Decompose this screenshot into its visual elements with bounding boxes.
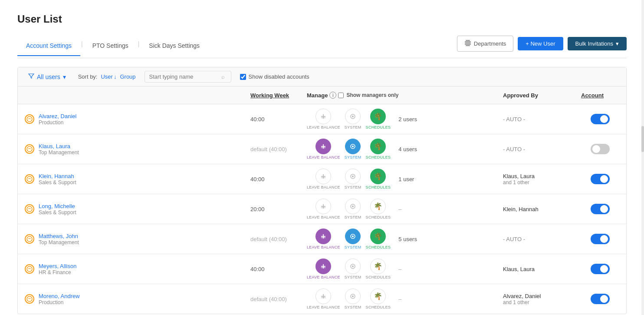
- user-name[interactable]: Long, Michelle: [39, 203, 76, 209]
- schedules-icon[interactable]: 🌴 SCHEDULES: [366, 169, 391, 189]
- bulk-invitations-button[interactable]: Bulk Invitations ▾: [568, 37, 627, 50]
- filter-left: All users ▾ Sort by: User ↓ Group ⌕: [25, 71, 309, 83]
- manage-info-icon[interactable]: i: [329, 92, 336, 99]
- tab-account-settings[interactable]: Account Settings: [17, 38, 80, 56]
- leave-balance-label: LEAVE BALANCE: [307, 215, 340, 219]
- new-user-button[interactable]: + New User: [518, 37, 563, 50]
- system-icon[interactable]: SYSTEM: [345, 259, 361, 279]
- leave-balance-label: LEAVE BALANCE: [307, 245, 340, 249]
- system-btn[interactable]: [345, 139, 361, 154]
- schedules-btn[interactable]: 🌴: [370, 199, 386, 214]
- sort-by-label: Sort by:: [78, 73, 98, 80]
- sort-user-button[interactable]: User ↓: [101, 73, 116, 80]
- leave-balance-btn[interactable]: [315, 139, 331, 154]
- system-icon[interactable]: SYSTEM: [345, 109, 361, 129]
- show-disabled-label[interactable]: Show disabled accounts: [240, 73, 309, 80]
- user-department: Sales & Support: [39, 209, 76, 216]
- user-name[interactable]: Matthews, John: [39, 233, 79, 239]
- system-icon[interactable]: SYSTEM: [345, 169, 361, 189]
- working-week-cell: 40:00: [243, 260, 300, 279]
- account-toggle[interactable]: [591, 294, 610, 304]
- system-btn[interactable]: [345, 199, 361, 214]
- show-managers-checkbox[interactable]: [338, 93, 344, 98]
- schedules-btn[interactable]: 🌴: [370, 259, 386, 274]
- show-managers-label: Show managers only: [346, 92, 398, 98]
- leave-balance-icon[interactable]: LEAVE BALANCE: [307, 229, 340, 249]
- leave-balance-icon[interactable]: LEAVE BALANCE: [307, 109, 340, 129]
- manage-header-label: Manage: [307, 92, 328, 99]
- system-icon[interactable]: SYSTEM: [345, 199, 361, 219]
- leave-balance-btn[interactable]: [315, 199, 331, 214]
- leave-balance-btn[interactable]: [315, 169, 331, 184]
- account-toggle[interactable]: [591, 234, 610, 244]
- schedules-icon[interactable]: 🌴 SCHEDULES: [366, 109, 391, 129]
- leave-balance-btn[interactable]: [315, 229, 331, 244]
- account-toggle[interactable]: [591, 144, 610, 154]
- show-disabled-checkbox[interactable]: [240, 74, 246, 80]
- leave-balance-btn[interactable]: [315, 259, 331, 274]
- approved-by-cell: Klaus, Laura: [496, 260, 574, 279]
- sort-section: Sort by: User ↓ Group: [78, 73, 136, 80]
- user-info: Long, Michelle Sales & Support: [39, 203, 76, 216]
- system-icon[interactable]: SYSTEM: [345, 139, 361, 159]
- system-btn[interactable]: [345, 169, 361, 184]
- system-icon[interactable]: SYSTEM: [345, 288, 361, 309]
- user-info: Alvarez, Daniel Production: [39, 113, 76, 126]
- all-users-filter[interactable]: All users ▾: [25, 71, 69, 82]
- departments-button[interactable]: Departments: [457, 36, 513, 52]
- scrollbar[interactable]: [641, 0, 644, 315]
- schedules-icon[interactable]: 🌴 SCHEDULES: [366, 199, 391, 219]
- svg-point-5: [27, 116, 32, 122]
- account-toggle[interactable]: [591, 204, 610, 214]
- leave-balance-icon[interactable]: LEAVE BALANCE: [307, 199, 340, 219]
- schedules-icon[interactable]: 🌴 SCHEDULES: [366, 229, 391, 249]
- user-name[interactable]: Klaus, Laura: [39, 143, 79, 149]
- account-toggle[interactable]: [591, 264, 610, 274]
- scrollbar-thumb[interactable]: [641, 126, 644, 152]
- manage-cell: LEAVE BALANCE SYSTEM 🌴 SCHEDULES –: [300, 194, 496, 224]
- account-cell: [574, 228, 626, 250]
- leave-balance-btn[interactable]: [315, 288, 331, 304]
- tab-pto-settings[interactable]: PTO Settings: [84, 38, 137, 56]
- tabs: Account Settings | PTO Settings | Sick D…: [17, 38, 208, 56]
- approved-by-cell: Klein, Hannah: [496, 200, 574, 219]
- leave-balance-label: LEAVE BALANCE: [307, 275, 340, 279]
- account-toggle[interactable]: [591, 174, 610, 184]
- sort-group-button[interactable]: Group: [120, 73, 135, 80]
- system-btn[interactable]: [345, 109, 361, 124]
- system-btn[interactable]: [345, 288, 361, 304]
- tab-sick-days-settings[interactable]: Sick Days Settings: [140, 38, 208, 56]
- system-icon[interactable]: SYSTEM: [345, 229, 361, 249]
- schedules-btn[interactable]: 🌴: [370, 229, 386, 244]
- schedules-icon[interactable]: 🌴 SCHEDULES: [366, 259, 391, 279]
- account-toggle[interactable]: [591, 114, 610, 124]
- all-users-label: All users: [37, 73, 60, 80]
- leave-balance-icon[interactable]: LEAVE BALANCE: [307, 169, 340, 189]
- schedules-btn[interactable]: 🌴: [370, 169, 386, 184]
- svg-point-23: [27, 206, 32, 212]
- user-name[interactable]: Klein, Hannah: [39, 173, 76, 179]
- user-name[interactable]: Moreno, Andrew: [39, 293, 80, 299]
- schedules-icon[interactable]: 🌴 SCHEDULES: [366, 139, 391, 159]
- manage-cell: LEAVE BALANCE SYSTEM 🌴 SCHEDULES 5 users: [300, 224, 496, 254]
- working-week-cell: default (40:00): [243, 140, 300, 159]
- schedules-btn[interactable]: 🌴: [370, 139, 386, 154]
- leave-balance-icon[interactable]: LEAVE BALANCE: [307, 139, 340, 159]
- leave-balance-icon[interactable]: LEAVE BALANCE: [307, 259, 340, 279]
- header-row: Account Settings | PTO Settings | Sick D…: [17, 36, 627, 58]
- user-name[interactable]: Alvarez, Daniel: [39, 113, 76, 119]
- user-table: All users ▾ Sort by: User ↓ Group ⌕: [17, 67, 627, 314]
- schedules-btn[interactable]: 🌴: [370, 288, 386, 304]
- search-input[interactable]: [149, 73, 219, 80]
- schedules-label: SCHEDULES: [366, 155, 391, 159]
- user-name[interactable]: Meyers, Allison: [39, 263, 76, 269]
- svg-point-22: [352, 176, 354, 177]
- system-btn[interactable]: [345, 259, 361, 274]
- leave-balance-icon[interactable]: LEAVE BALANCE: [307, 288, 340, 309]
- departments-label: Departments: [474, 40, 506, 47]
- schedules-btn[interactable]: 🌴: [370, 109, 386, 124]
- schedules-icon[interactable]: 🌴 SCHEDULES: [366, 288, 391, 309]
- th-account: Account: [574, 86, 626, 104]
- leave-balance-btn[interactable]: [315, 109, 331, 124]
- system-btn[interactable]: [345, 229, 361, 244]
